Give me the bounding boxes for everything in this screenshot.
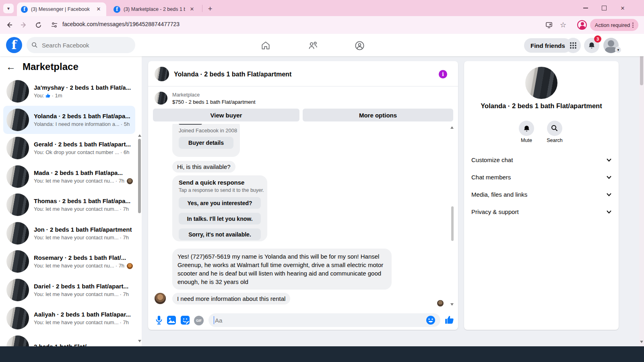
- facebook-logo[interactable]: f: [6, 37, 22, 53]
- conversation-snippet: You: Ok drop your contact number ...· 6h: [34, 149, 132, 155]
- facebook-search[interactable]: [27, 37, 135, 53]
- section-privacy-support[interactable]: Privacy & support: [464, 203, 619, 220]
- conversation-sidebar: ← Marketplace Ja'myshay · 2 beds 1 bath …: [0, 56, 142, 346]
- listing-avatar: [6, 250, 29, 273]
- like-button[interactable]: [444, 315, 455, 327]
- conversation-name: Gerald · 2 beds 1 bath Flat/apart...: [34, 141, 132, 148]
- chat-search-label: Search: [543, 138, 567, 143]
- message-input[interactable]: [214, 317, 424, 324]
- chat-panel: Yolanda · 2 beds 1 bath Flat/apartment i…: [148, 61, 458, 330]
- conversation-gerald[interactable]: Gerald · 2 beds 1 bath Flat/apart... You…: [3, 134, 135, 162]
- listing-avatar: [6, 137, 29, 159]
- facebook-search-input[interactable]: [41, 41, 123, 49]
- install-app-icon[interactable]: [545, 21, 553, 29]
- attach-image-button[interactable]: [167, 315, 176, 327]
- notification-count-badge: 3: [594, 35, 601, 43]
- url-bar[interactable]: facebook.com/messages/t/1964528874477723: [62, 21, 180, 27]
- bookmark-star-icon[interactable]: ☆: [559, 21, 568, 29]
- window-minimize-button[interactable]: [579, 2, 592, 14]
- nav-home-icon[interactable]: [256, 39, 276, 52]
- chat-scrollbar[interactable]: [451, 206, 454, 241]
- windows-taskbar: [0, 346, 644, 362]
- back-button[interactable]: [5, 21, 14, 29]
- action-required-button[interactable]: Action required: [590, 19, 638, 31]
- screen: ▾ f (3) Messenger | Facebook ✕ f (3) Mar…: [0, 0, 644, 362]
- window-close-button[interactable]: ✕: [616, 2, 630, 14]
- joined-facebook-text: Joined Facebook in 2008: [179, 128, 237, 134]
- section-chat-members[interactable]: Chat members: [464, 169, 619, 186]
- conversation-name: Yolanda · 2 beds 1 bath Flat/apa...: [34, 113, 132, 119]
- apps-menu-button[interactable]: [566, 38, 581, 53]
- conversation-yolanda-selected[interactable]: Yolanda · 2 beds 1 bath Flat/apa... Yola…: [3, 106, 135, 134]
- facebook-favicon: f: [114, 6, 120, 13]
- conversation-rosemary[interactable]: Rosemary · 2 beds 1 bath Flat/... You: l…: [3, 247, 135, 276]
- quick-response-option[interactable]: In talks. I'll let you know.: [179, 213, 261, 224]
- back-arrow-icon[interactable]: ←: [5, 61, 17, 72]
- emoji-button[interactable]: [426, 315, 436, 327]
- chevron-down-icon: [607, 210, 611, 214]
- quick-response-option[interactable]: Yes, are you interested?: [179, 197, 261, 209]
- tab-close-icon[interactable]: ✕: [95, 6, 102, 13]
- sender-avatar[interactable]: [155, 293, 166, 304]
- listing-avatar: [6, 109, 29, 131]
- gif-button[interactable]: GIF: [194, 316, 204, 325]
- message-composer[interactable]: [208, 313, 440, 327]
- find-friends-button[interactable]: Find friends: [524, 38, 572, 53]
- chat-scroll-up-icon[interactable]: [450, 126, 454, 129]
- conversation-jon[interactable]: Jon · 2 beds 1 bath Flat/apartment You: …: [3, 219, 135, 247]
- chat-header-avatar[interactable]: [155, 67, 169, 81]
- marketplace-listing-avatar[interactable]: [155, 92, 167, 105]
- quick-response-option[interactable]: Sorry, it's not available.: [179, 228, 261, 240]
- chat-scroll-down-icon[interactable]: [450, 303, 454, 306]
- sidebar-scrollbar[interactable]: [138, 139, 141, 213]
- conversation-snippet: You: let me have your contact num...· 7h: [34, 234, 132, 241]
- sticker-icon: [180, 315, 190, 325]
- mute-button[interactable]: [519, 121, 534, 136]
- tab-close-icon[interactable]: ✕: [188, 6, 196, 13]
- page-scroll-down-icon[interactable]: [640, 341, 643, 343]
- conversation-jamyshay[interactable]: Ja'myshay · 2 beds 1 bath Flat/a... You:…: [3, 77, 135, 105]
- conversation-snippet: You: · 1m: [34, 93, 132, 99]
- browser-menu-icon[interactable]: [632, 25, 634, 26]
- conversation-name: Rosemary · 2 beds 1 bath Flat/...: [34, 254, 132, 261]
- buyer-details-button[interactable]: Buyer details: [179, 137, 233, 149]
- browser-profile-icon[interactable]: [577, 20, 587, 30]
- emoji-smiley-icon: [426, 315, 436, 325]
- more-options-button[interactable]: More options: [303, 109, 453, 121]
- view-buyer-button[interactable]: View buyer: [153, 109, 299, 121]
- listing-avatar: [6, 222, 29, 245]
- reload-button[interactable]: [34, 21, 43, 29]
- text-caret: [214, 316, 214, 324]
- section-media-files-links[interactable]: Media, files and links: [464, 186, 619, 203]
- site-info-icon[interactable]: [50, 21, 59, 29]
- header-divider: [148, 86, 458, 86]
- sidebar-scroll-up-icon[interactable]: [138, 134, 141, 137]
- message-list[interactable]: Joined Facebook in 2008 Buyer details Hi…: [148, 124, 458, 309]
- conversation-aaliyah[interactable]: Aaliyah · 2 beds 1 bath Flat/apar... You…: [3, 304, 135, 332]
- tab-title: (3) Messenger | Facebook: [31, 6, 92, 12]
- nav-groups-icon[interactable]: [349, 39, 369, 52]
- conversation-mada[interactable]: Mada · 2 beds 1 bath Flat/apa... You: le…: [3, 162, 135, 191]
- find-friends-label: Find friends: [530, 42, 565, 49]
- chat-search-button[interactable]: [547, 121, 562, 136]
- tab-marketplace[interactable]: f (3) Marketplace - 2 beds 1 bath ✕: [109, 2, 200, 16]
- window-maximize-button[interactable]: [597, 2, 611, 14]
- voice-clip-button[interactable]: [155, 315, 163, 327]
- chevron-down-icon: [607, 193, 611, 196]
- nav-friends-icon[interactable]: [303, 39, 323, 52]
- forward-button[interactable]: [19, 21, 28, 29]
- tab-search-chevron-icon[interactable]: ▾: [3, 4, 14, 13]
- marketplace-label: Marketplace: [172, 92, 200, 98]
- section-customize-chat[interactable]: Customize chat: [464, 151, 619, 169]
- conversation-name: Dariel · 2 beds 1 bath Flat/apart...: [34, 283, 132, 290]
- sidebar-scroll-down-icon[interactable]: [138, 340, 141, 342]
- sticker-button[interactable]: [180, 315, 190, 327]
- conversation-dariel[interactable]: Dariel · 2 beds 1 bath Flat/apart... You…: [3, 276, 135, 304]
- conversation-thomas[interactable]: Thomas · 2 beds 1 bath Flat/apa... You: …: [3, 191, 135, 219]
- details-avatar[interactable]: [525, 67, 557, 99]
- new-tab-button[interactable]: +: [205, 4, 215, 14]
- conversation-info-icon[interactable]: i: [439, 70, 447, 78]
- conversation-snippet: You: let me have your contact num...· 7h: [34, 319, 132, 325]
- tab-messenger[interactable]: f (3) Messenger | Facebook ✕: [17, 2, 106, 16]
- buyer-details-card: Joined Facebook in 2008 Buyer details: [172, 124, 240, 157]
